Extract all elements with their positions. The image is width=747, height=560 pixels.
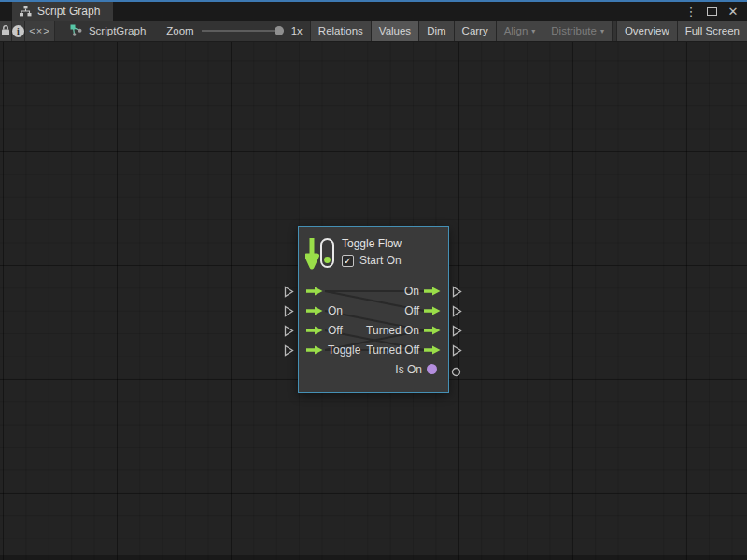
flow-arrow-icon	[306, 306, 323, 315]
port-label: Is On	[395, 363, 422, 376]
distribute-button[interactable]: Distribute ▾	[543, 21, 612, 41]
full-screen-button[interactable]: Full Screen	[677, 21, 747, 41]
relations-label: Relations	[318, 25, 363, 36]
lock-icon	[0, 24, 11, 38]
more-menu-icon[interactable]: ⋮	[684, 6, 698, 18]
port-label: Toggle	[328, 343, 360, 357]
script-graph-icon	[70, 24, 83, 38]
tab-title: Script Graph	[37, 5, 100, 18]
connector-input-invoke[interactable]	[284, 285, 294, 301]
flow-arrow-icon	[424, 306, 441, 315]
toggle-flow-icon	[305, 234, 335, 275]
align-button[interactable]: Align ▾	[496, 21, 543, 41]
overview-button[interactable]: Overview	[616, 21, 677, 41]
code-view-button[interactable]: <×>	[25, 21, 55, 41]
port-row: On Off	[299, 301, 448, 320]
output-port-on[interactable]: On	[404, 285, 441, 298]
relations-button[interactable]: Relations	[310, 21, 371, 41]
connector-output-on[interactable]	[452, 285, 462, 301]
input-port-off[interactable]: Off	[306, 324, 343, 337]
start-on-label: Start On	[359, 254, 402, 267]
port-row: On	[299, 281, 448, 301]
maximize-icon[interactable]	[707, 7, 717, 16]
node-header: Toggle Flow ✓ Start On	[299, 227, 448, 275]
values-label: Values	[379, 25, 411, 36]
port-label: Off	[328, 324, 343, 337]
zoom-slider-knob[interactable]	[275, 26, 284, 35]
connector-output-turned-on[interactable]	[452, 324, 462, 341]
graph-name-label: ScriptGraph	[55, 21, 159, 41]
values-button[interactable]: Values	[371, 21, 418, 41]
carry-button[interactable]: Carry	[454, 21, 496, 41]
tab-script-graph[interactable]: Script Graph	[12, 2, 113, 21]
info-button[interactable]: i	[12, 21, 25, 41]
flow-arrow-icon	[306, 287, 323, 296]
port-label: On	[404, 285, 419, 298]
window-controls: ⋮ ✕	[684, 2, 747, 21]
connector-input-off[interactable]	[284, 324, 294, 341]
graph-toolbar: i <×> ScriptGraph Zoom 1x	[0, 21, 747, 42]
port-label: Turned Off	[366, 343, 419, 357]
output-port-turned-off[interactable]: Turned Off	[366, 343, 441, 357]
output-port-is-on[interactable]: Is On	[395, 363, 437, 376]
output-port-off[interactable]: Off	[404, 304, 441, 317]
flow-arrow-icon	[424, 287, 441, 296]
dim-label: Dim	[427, 25, 445, 36]
carry-label: Carry	[462, 25, 488, 36]
full-screen-label: Full Screen	[685, 25, 740, 36]
overview-label: Overview	[625, 25, 669, 36]
flow-arrow-icon	[306, 345, 323, 355]
input-port-on[interactable]: On	[306, 304, 343, 317]
graph-hierarchy-icon	[20, 6, 32, 17]
zoom-label: Zoom	[166, 25, 193, 36]
distribute-label: Distribute	[551, 25, 597, 36]
toggle-flow-node[interactable]: Toggle Flow ✓ Start On On	[298, 226, 449, 393]
zoom-slider[interactable]	[202, 30, 284, 32]
info-icon: i	[12, 25, 24, 37]
node-ports: On On Off	[299, 281, 448, 379]
input-port-toggle[interactable]: Toggle	[306, 343, 360, 357]
port-label: Turned On	[366, 324, 419, 337]
zoom-value: 1x	[291, 25, 303, 36]
close-icon[interactable]: ✕	[726, 6, 740, 18]
align-label: Align	[504, 25, 529, 36]
flow-arrow-icon	[424, 326, 441, 335]
lock-button[interactable]	[0, 21, 12, 41]
node-title: Toggle Flow	[342, 234, 402, 250]
connector-input-toggle[interactable]	[284, 343, 294, 360]
port-label: Off	[404, 304, 419, 317]
graph-name-text: ScriptGraph	[89, 25, 146, 36]
chevron-down-icon: ▾	[531, 27, 535, 35]
input-port-invoke[interactable]	[306, 287, 328, 296]
code-icon: <×>	[29, 25, 49, 36]
flow-arrow-icon	[306, 326, 323, 335]
toolbar-toggle-buttons: Relations Values Dim Carry Align ▾ Distr…	[310, 21, 747, 41]
zoom-control: Zoom 1x	[159, 21, 310, 41]
dim-button[interactable]: Dim	[418, 21, 453, 41]
connector-output-turned-off[interactable]	[452, 343, 462, 360]
value-port-icon	[427, 364, 437, 374]
connector-output-is-on[interactable]	[451, 364, 461, 381]
script-graph-window: Script Graph ⋮ ✕ i <×>	[0, 0, 747, 560]
port-label: On	[328, 304, 343, 317]
port-row: Off Turned On	[299, 320, 448, 340]
flow-arrow-icon	[424, 345, 441, 355]
output-port-turned-on[interactable]: Turned On	[366, 324, 441, 337]
chevron-down-icon: ▾	[600, 27, 604, 35]
port-row: Toggle Turned Off	[299, 340, 448, 359]
tab-bar: Script Graph ⋮ ✕	[0, 2, 747, 21]
graph-canvas[interactable]: Toggle Flow ✓ Start On On	[0, 42, 747, 560]
start-on-checkbox[interactable]: ✓	[342, 255, 354, 267]
port-row: Is On	[299, 359, 448, 379]
connector-input-on[interactable]	[284, 304, 294, 321]
connector-output-off[interactable]	[452, 304, 462, 321]
